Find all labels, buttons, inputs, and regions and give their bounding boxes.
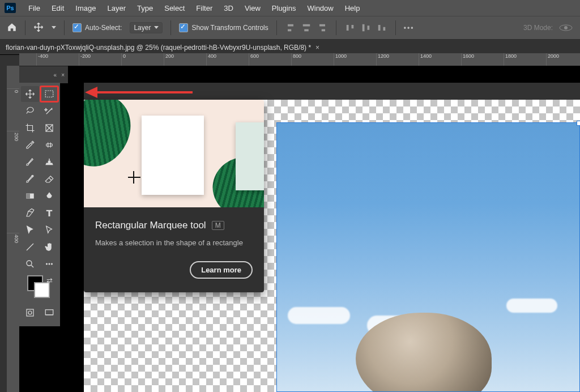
show-transform-checkbox[interactable]: Show Transform Controls: [179, 23, 268, 32]
svg-point-1: [564, 26, 568, 29]
svg-point-9: [46, 263, 47, 265]
screen-mode-tool[interactable]: [40, 305, 58, 321]
ruler-tick: 200: [7, 131, 19, 141]
ruler-tick: 1000: [334, 53, 347, 66]
annotation-arrow: [85, 88, 193, 96]
svg-point-8: [27, 261, 32, 266]
svg-point-11: [51, 263, 52, 265]
collapse-icon[interactable]: «: [54, 72, 57, 78]
frame-tool[interactable]: [40, 120, 58, 136]
direct-select-tool[interactable]: [40, 222, 58, 238]
ruler-tick: 1800: [504, 53, 517, 66]
ruler-tick: 800: [291, 53, 301, 66]
app-logo: Ps: [5, 3, 16, 13]
menu-filter[interactable]: Filter: [191, 3, 217, 14]
gradient-tool[interactable]: [21, 188, 39, 204]
menu-bar: Ps File Edit Image Layer Type Select Fil…: [0, 0, 580, 16]
separator: [170, 20, 171, 35]
menu-plugins[interactable]: Plugins: [267, 3, 301, 14]
ruler-tick: 1400: [419, 53, 432, 66]
svg-rect-4: [46, 144, 53, 147]
ruler-vertical: 0 200 400: [7, 66, 20, 392]
hand-tool[interactable]: [40, 239, 58, 255]
crop-tool[interactable]: [21, 120, 39, 136]
document-tab-strip: florian-van-duyn-pXToxwjqliQ-unsplash.jp…: [0, 40, 580, 55]
menu-select[interactable]: Select: [160, 3, 189, 14]
options-bar: Auto-Select: Layer Show Transform Contro…: [0, 16, 580, 40]
eraser-tool[interactable]: [40, 171, 58, 187]
panel-collapse-strip[interactable]: « ×: [19, 66, 68, 83]
learn-more-button[interactable]: Learn more: [190, 261, 253, 279]
3d-mode-label: 3D Mode:: [523, 23, 573, 32]
svg-rect-2: [45, 91, 53, 97]
menu-file[interactable]: File: [24, 3, 45, 14]
path-select-tool[interactable]: [21, 222, 39, 238]
separator: [336, 20, 336, 35]
menu-layer[interactable]: Layer: [103, 3, 131, 14]
svg-rect-14: [45, 310, 53, 315]
photo-layer[interactable]: [276, 122, 580, 392]
svg-point-10: [49, 263, 50, 265]
swap-colors-icon[interactable]: ⇄: [46, 276, 53, 285]
layer-dropdown[interactable]: Layer: [130, 22, 163, 33]
home-button[interactable]: [7, 22, 17, 34]
layer-dropdown-label: Layer: [134, 24, 151, 32]
move-icon: [33, 22, 44, 34]
menu-edit[interactable]: Edit: [47, 3, 69, 14]
line-tool[interactable]: [21, 239, 39, 255]
color-swatches[interactable]: ⇄: [19, 275, 60, 302]
ruler-tick: 2000: [546, 53, 559, 66]
history-brush-tool[interactable]: [21, 171, 39, 187]
align-middle-icon[interactable]: [360, 22, 372, 33]
workspace: Rectangular Marquee tool M Makes a selec…: [19, 66, 580, 392]
close-icon[interactable]: ×: [61, 72, 65, 78]
align-bottom-icon[interactable]: [376, 22, 387, 33]
menu-3d[interactable]: 3D: [219, 3, 238, 14]
blur-tool[interactable]: [40, 188, 58, 204]
magic-wand-tool[interactable]: [40, 103, 58, 119]
quick-mask-tool[interactable]: [21, 305, 39, 321]
tooltip-title: Rectangular Marquee tool: [95, 220, 206, 231]
close-tab-icon[interactable]: ×: [315, 44, 319, 52]
clone-stamp-tool[interactable]: [40, 154, 58, 170]
show-transform-label: Show Transform Controls: [191, 24, 268, 32]
menu-view[interactable]: View: [240, 3, 265, 14]
healing-brush-tool[interactable]: [40, 137, 58, 153]
ruler-tick: 400: [206, 53, 216, 66]
pen-tool[interactable]: [21, 205, 39, 221]
ruler-tick: 1200: [376, 53, 389, 66]
move-tool[interactable]: [21, 86, 39, 102]
tool-tooltip: Rectangular Marquee tool M Makes a selec…: [84, 100, 264, 292]
3d-orbit-icon[interactable]: [558, 23, 573, 32]
svg-rect-7: [26, 194, 30, 199]
align-top-icon[interactable]: [344, 22, 356, 33]
ruler-tick: 200: [164, 53, 174, 66]
brush-tool[interactable]: [21, 154, 39, 170]
zoom-tool[interactable]: [21, 256, 39, 272]
tooltip-description: Makes a selection in the shape of a rect…: [95, 238, 253, 249]
document-tab[interactable]: florian-van-duyn-pXToxwjqliQ-unsplash.jp…: [0, 41, 325, 54]
menu-type[interactable]: Type: [133, 3, 157, 14]
align-group: [285, 22, 328, 33]
lasso-tool[interactable]: [21, 103, 39, 119]
align-left-icon[interactable]: [285, 22, 296, 33]
svg-rect-12: [27, 309, 33, 316]
align-group-v: [344, 22, 387, 33]
edit-toolbar-button[interactable]: [40, 256, 58, 272]
marquee-tool[interactable]: [40, 86, 58, 102]
ruler-horizontal: -400 -200 0 200 400 600 800 1000 1200 14…: [19, 53, 580, 66]
align-right-icon[interactable]: [317, 22, 328, 33]
ruler-tick: -400: [36, 53, 48, 66]
menu-help[interactable]: Help: [340, 3, 365, 14]
menu-window[interactable]: Window: [302, 3, 338, 14]
chevron-down-icon[interactable]: [52, 25, 56, 30]
ruler-tick: 0: [121, 53, 126, 66]
type-tool[interactable]: [40, 205, 58, 221]
menu-image[interactable]: Image: [71, 3, 100, 14]
more-options-icon[interactable]: •••: [404, 24, 415, 32]
ruler-tick: -200: [79, 53, 91, 66]
auto-select-checkbox[interactable]: Auto-Select:: [72, 23, 122, 32]
separator: [276, 20, 277, 35]
align-center-h-icon[interactable]: [301, 22, 312, 33]
eyedropper-tool[interactable]: [21, 137, 39, 153]
